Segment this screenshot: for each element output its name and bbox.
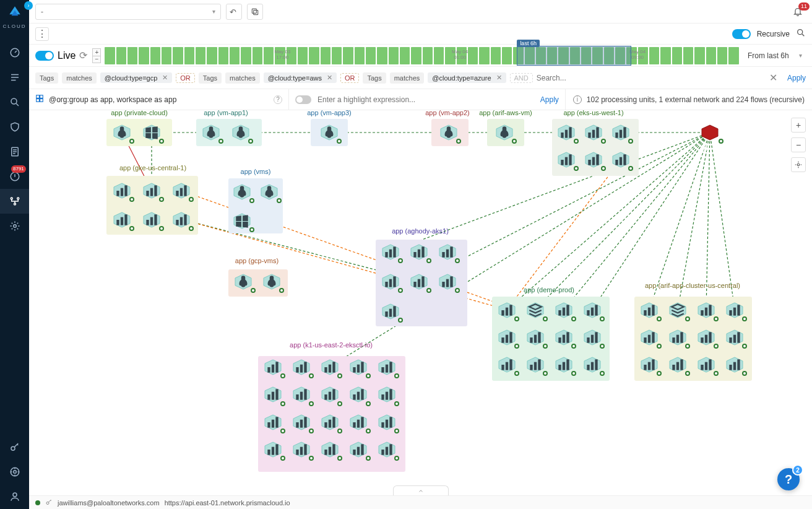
- undo-button[interactable]: ↶: [226, 4, 242, 20]
- node-hex[interactable]: [498, 302, 516, 318]
- node-hex[interactable]: [410, 274, 428, 290]
- remove-tag-icon[interactable]: ✕: [325, 74, 334, 82]
- node-hex[interactable]: [262, 274, 281, 290]
- node-hex[interactable]: [410, 244, 428, 260]
- and-operator[interactable]: AND: [510, 73, 533, 83]
- highlight-toggle[interactable]: [295, 95, 311, 104]
- node-hex[interactable]: [381, 244, 400, 260]
- filter-search-input[interactable]: [537, 74, 766, 82]
- remove-tag-icon[interactable]: ✕: [160, 74, 170, 82]
- graph-canvas[interactable]: app (private-cloud)app (vm-app1)app (vm-…: [29, 110, 812, 495]
- node-hex[interactable]: [438, 244, 457, 260]
- external-network-node[interactable]: [701, 124, 719, 141]
- group-expression[interactable]: @org:group as app, workspace as app: [49, 95, 176, 104]
- nav-shield[interactable]: [0, 115, 29, 139]
- node-hex[interactable]: [292, 442, 311, 458]
- node-hex[interactable]: [233, 213, 251, 229]
- node-hex[interactable]: [640, 302, 659, 318]
- node-hex[interactable]: [526, 302, 545, 318]
- node-hex[interactable]: [142, 212, 161, 228]
- nav-support[interactable]: [0, 459, 29, 484]
- node-hex[interactable]: [725, 302, 744, 318]
- node-hex[interactable]: [233, 184, 251, 200]
- node-hex[interactable]: [113, 183, 131, 199]
- node-hex[interactable]: [557, 152, 576, 168]
- node-hex[interactable]: [611, 124, 630, 141]
- node-hex[interactable]: [697, 329, 715, 346]
- filter-tag[interactable]: @cloud:type=gcp✕: [100, 72, 172, 83]
- node-hex[interactable]: [349, 442, 368, 458]
- refresh-icon[interactable]: ⟳: [79, 50, 87, 61]
- drawer-handle[interactable]: [393, 485, 449, 495]
- node-hex[interactable]: [583, 302, 602, 318]
- node-hex[interactable]: [349, 414, 368, 430]
- time-range-selector[interactable]: From last 6h ▾: [744, 48, 806, 64]
- node-hex[interactable]: [439, 124, 458, 141]
- node-hex[interactable]: [668, 357, 687, 373]
- zoom-out-button[interactable]: −: [791, 137, 806, 152]
- node-hex[interactable]: [381, 303, 400, 320]
- remove-tag-icon[interactable]: ✕: [495, 74, 504, 82]
- node-hex[interactable]: [668, 329, 687, 346]
- node-hex[interactable]: [113, 124, 131, 141]
- node-hex[interactable]: [381, 274, 400, 290]
- apply-filters-button[interactable]: Apply: [787, 74, 806, 82]
- filter-tag[interactable]: @cloud:type=aws✕: [264, 72, 337, 83]
- nav-list[interactable]: [0, 65, 29, 90]
- node-hex[interactable]: [292, 359, 311, 375]
- node-hex[interactable]: [725, 357, 744, 373]
- node-hex[interactable]: [555, 329, 573, 346]
- help-fab[interactable]: ? 2: [777, 468, 800, 490]
- node-hex[interactable]: [378, 414, 396, 430]
- node-hex[interactable]: [584, 124, 603, 141]
- node-hex[interactable]: [321, 386, 339, 402]
- node-hex[interactable]: [349, 359, 368, 375]
- node-hex[interactable]: [555, 302, 573, 318]
- node-hex[interactable]: [583, 357, 602, 373]
- notifications-button[interactable]: 11: [790, 4, 806, 20]
- node-hex[interactable]: [320, 124, 339, 141]
- node-hex[interactable]: [202, 124, 220, 141]
- live-toggle[interactable]: [35, 51, 54, 61]
- node-hex[interactable]: [526, 329, 545, 346]
- node-hex[interactable]: [495, 124, 514, 141]
- node-hex[interactable]: [697, 302, 715, 318]
- recursive-toggle[interactable]: [732, 29, 751, 39]
- node-hex[interactable]: [234, 274, 253, 290]
- nav-graph[interactable]: [0, 189, 29, 214]
- node-hex[interactable]: [292, 386, 311, 402]
- nav-search[interactable]: [0, 90, 29, 115]
- fit-button[interactable]: [791, 157, 806, 172]
- node-hex[interactable]: [498, 357, 516, 373]
- node-hex[interactable]: [697, 357, 715, 373]
- timeline-zoom-out[interactable]: −: [92, 56, 101, 63]
- or-operator[interactable]: OR: [176, 73, 195, 83]
- node-hex[interactable]: [292, 414, 311, 430]
- node-hex[interactable]: [142, 183, 161, 199]
- namespace-selector[interactable]: - ▾: [35, 4, 221, 20]
- node-hex[interactable]: [264, 359, 282, 375]
- timeline[interactable]: + − May 0317:00May 0401:00May 0409:00las…: [92, 47, 739, 64]
- node-hex[interactable]: [264, 386, 282, 402]
- node-hex[interactable]: [498, 329, 516, 346]
- more-options-button[interactable]: ⋮: [35, 27, 49, 41]
- node-hex[interactable]: [526, 357, 545, 373]
- node-hex[interactable]: [349, 386, 368, 402]
- timeline-selection[interactable]: [517, 46, 631, 66]
- nav-key[interactable]: [0, 435, 29, 459]
- timeline-zoom-in[interactable]: +: [92, 48, 101, 56]
- or-operator[interactable]: OR: [340, 73, 360, 83]
- node-hex[interactable]: [142, 124, 161, 141]
- node-hex[interactable]: [378, 442, 396, 458]
- node-hex[interactable]: [321, 442, 339, 458]
- help-icon[interactable]: ?: [274, 95, 282, 104]
- nav-docs[interactable]: [0, 139, 29, 164]
- node-hex[interactable]: [640, 357, 659, 373]
- node-hex[interactable]: [321, 414, 339, 430]
- node-hex[interactable]: [264, 414, 282, 430]
- node-hex[interactable]: [668, 302, 687, 318]
- filter-tag[interactable]: @cloud:type=azure✕: [428, 72, 506, 83]
- node-hex[interactable]: [611, 152, 630, 168]
- highlight-apply-button[interactable]: Apply: [540, 95, 559, 104]
- node-hex[interactable]: [584, 152, 603, 168]
